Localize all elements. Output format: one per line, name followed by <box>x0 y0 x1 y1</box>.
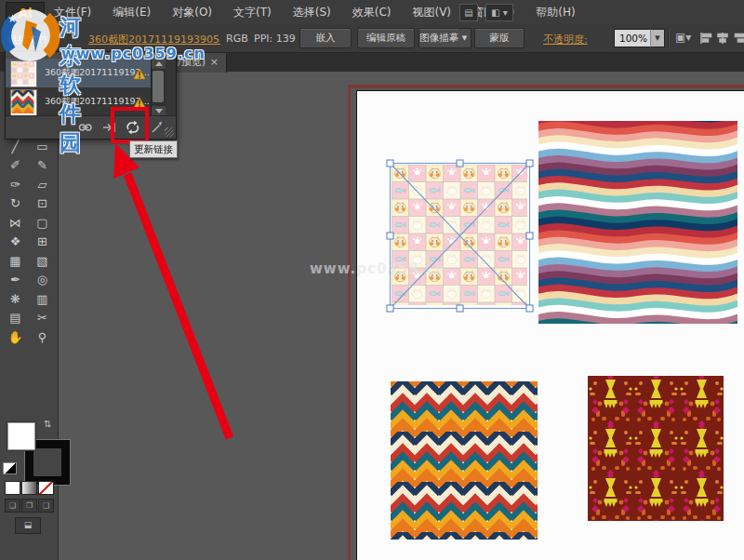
ornate-pattern-image[interactable] <box>588 376 724 521</box>
draw-behind-button[interactable]: ❐ <box>21 499 37 513</box>
opacity-dropdown-icon[interactable]: ▼ <box>650 29 665 47</box>
mask-button[interactable]: 蒙版 <box>474 28 525 48</box>
wave-pattern-image[interactable] <box>538 121 737 324</box>
missing-link-warning-icon <box>133 66 146 84</box>
panel-menu-icon[interactable]: ▾≡ <box>164 51 172 59</box>
tools-panel: ╱▭✐✎✑▱↻⊡⋈▢❖⊞▦▧✒◎❋▥▤✂✋⚲ ⇄ ❏ ❐ ❑ ⬓ <box>0 72 59 560</box>
tool-rotate-icon[interactable]: ↻ <box>2 194 29 214</box>
tab-close-icon[interactable]: × <box>210 53 219 72</box>
tool-scale-icon[interactable]: ⊡ <box>29 194 56 214</box>
opacity-label[interactable]: 不透明度: <box>543 33 588 47</box>
tool-eyedropper-icon[interactable]: ✒ <box>2 271 29 290</box>
edit-original-button[interactable]: 编辑原稿 <box>357 28 415 48</box>
highlight-box <box>111 107 149 143</box>
tool-blob-brush-icon[interactable]: ✑ <box>2 175 29 194</box>
scrollbar-thumb[interactable] <box>153 71 164 102</box>
align-left-icon[interactable] <box>699 32 712 45</box>
menu-item-3[interactable]: 文字(T) <box>233 5 272 20</box>
menu-item-2[interactable]: 对象(O) <box>172 5 212 20</box>
tool-zoom-icon[interactable]: ⚲ <box>29 327 56 347</box>
tool-artboard-icon[interactable]: ▤ <box>2 309 29 328</box>
tool-shape-builder-icon[interactable]: ❖ <box>2 233 29 252</box>
gradient-mode-button[interactable] <box>21 481 37 495</box>
transform-reference-icon[interactable]: ▣▾ <box>675 31 691 44</box>
tool-paintbrush-icon[interactable]: ✐ <box>2 156 29 176</box>
selection-overlay[interactable] <box>386 159 535 313</box>
embed-button[interactable]: 嵌入 <box>299 28 352 48</box>
tools-grid: ╱▭✐✎✑▱↻⊡⋈▢❖⊞▦▧✒◎❋▥▤✂✋⚲ <box>2 137 56 347</box>
menu-item-6[interactable]: 视图(V) <box>412 5 451 20</box>
app-logo[interactable]: Ai <box>6 2 45 24</box>
default-fill-stroke-icon[interactable] <box>3 462 17 474</box>
menu-item-5[interactable]: 效果(C) <box>352 5 392 20</box>
cat-pattern-thumbnail <box>10 60 37 87</box>
image-trace-button[interactable]: 图像描摹 <box>418 28 459 48</box>
ppi-label: PPI: 139 <box>254 33 296 45</box>
align-center-icon[interactable] <box>716 32 729 45</box>
update-link-tooltip: 更新链接 <box>129 140 178 158</box>
color-mode-label: RGB <box>226 33 248 45</box>
document-tab-label: /预览) <box>178 53 206 72</box>
tool-eraser-icon[interactable]: ▱ <box>29 175 56 194</box>
scroll-up-button[interactable] <box>152 59 166 69</box>
menu-item-8[interactable]: 帮助(H) <box>536 5 575 20</box>
object-type-label: 链接文件 <box>7 33 48 47</box>
separator <box>668 27 670 49</box>
workspace-switcher-icon[interactable]: ◧ ▾ <box>485 4 513 21</box>
tool-pencil-icon[interactable]: ✎ <box>29 156 56 176</box>
tool-column-graph-icon[interactable]: ▥ <box>29 289 56 309</box>
edit-original-icon[interactable] <box>150 120 165 135</box>
zigzag-pattern-image[interactable] <box>391 381 538 540</box>
tool-blend-icon[interactable]: ◎ <box>29 271 56 290</box>
zigzag-pattern-thumbnail <box>10 89 37 116</box>
image-trace-dropdown-icon[interactable]: ▼ <box>458 28 472 48</box>
tool-slice-icon[interactable]: ✂ <box>29 309 56 328</box>
screen-mode-button[interactable]: ⬓ <box>15 517 41 534</box>
tool-width-icon[interactable]: ⋈ <box>2 213 29 233</box>
menu-item-4[interactable]: 选择(S) <box>293 5 331 20</box>
link-item-row[interactable]: 360截图20171119193... <box>6 59 166 87</box>
tool-gradient-icon[interactable]: ▧ <box>29 251 56 271</box>
linked-filename[interactable]: 360截图20171119193905... <box>88 33 220 47</box>
relink-icon[interactable] <box>78 120 93 135</box>
swap-fill-stroke-icon[interactable]: ⇄ <box>43 420 53 427</box>
tool-hand-icon[interactable]: ✋ <box>2 327 29 347</box>
tool-line-segment-icon[interactable]: ╱ <box>2 137 29 156</box>
menu-item-0[interactable]: 文件(F) <box>54 5 91 20</box>
links-panel: ▾≡ 360截图20171119193...360截图20171119193..… <box>5 51 177 140</box>
illustrator-window: Ai 文件(F)编辑(E)对象(O)文字(T)选择(S)效果(C)视图(V)窗口… <box>0 0 744 560</box>
menu-bar: Ai 文件(F)编辑(E)对象(O)文字(T)选择(S)效果(C)视图(V)窗口… <box>0 0 744 25</box>
links-panel-footer <box>6 115 176 139</box>
draw-normal-button[interactable]: ❏ <box>5 499 20 513</box>
bridge-icon[interactable]: ▤ <box>459 4 478 21</box>
fill-swatch[interactable] <box>7 422 35 450</box>
panel-resize-grip[interactable] <box>165 127 174 137</box>
links-scrollbar[interactable] <box>151 59 166 116</box>
tool-free-transform-icon[interactable]: ▢ <box>29 213 56 233</box>
align-right-icon[interactable] <box>734 32 744 45</box>
draw-inside-button[interactable]: ❑ <box>38 499 54 513</box>
tool-perspective-grid-icon[interactable]: ⊞ <box>29 233 56 252</box>
control-bar: 链接文件 360截图20171119193905... RGB PPI: 139… <box>0 24 744 53</box>
menu-item-1[interactable]: 编辑(E) <box>113 5 151 20</box>
none-mode-button[interactable] <box>38 481 54 495</box>
tool-mesh-icon[interactable]: ▦ <box>2 251 29 271</box>
color-mode-button[interactable] <box>5 481 20 495</box>
tool-rectangle-icon[interactable]: ▭ <box>29 137 56 156</box>
tool-symbol-sprayer-icon[interactable]: ❋ <box>2 289 29 309</box>
